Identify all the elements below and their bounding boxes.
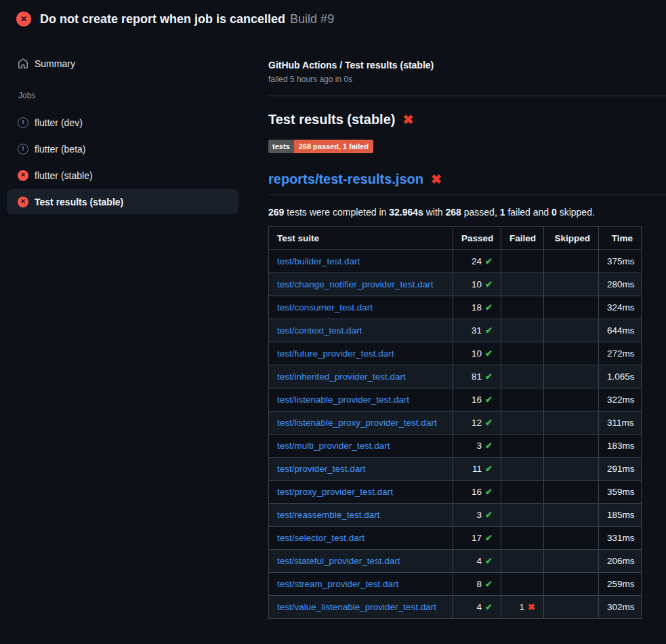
section-title: Test results (stable) ✖ bbox=[268, 112, 666, 127]
suite-link[interactable]: test/change_notifier_provider_test.dart bbox=[277, 279, 433, 289]
badge-label: tests bbox=[268, 140, 294, 153]
cancelled-circle-icon: ! bbox=[18, 144, 28, 155]
sidebar-job-label: Test results (stable) bbox=[35, 197, 123, 207]
summary-total: 269 bbox=[268, 207, 284, 218]
table-row: test/consumer_test.dart18✔324ms bbox=[269, 296, 642, 319]
summary-failed: 1 bbox=[500, 207, 505, 218]
sidebar-job-item[interactable]: !flutter (beta) bbox=[7, 136, 238, 161]
table-row: test/listenable_provider_test.dart16✔322… bbox=[269, 388, 642, 411]
check-icon: ✔ bbox=[485, 441, 493, 451]
passed-cell: 18✔ bbox=[453, 296, 501, 319]
check-icon: ✔ bbox=[485, 579, 493, 589]
time-cell: 291ms bbox=[599, 458, 642, 481]
check-icon: ✔ bbox=[485, 348, 493, 359]
sidebar-job-label: flutter (beta) bbox=[35, 144, 85, 155]
report-file-link[interactable]: reports/test-results.json bbox=[268, 172, 423, 187]
suite-link[interactable]: test/context_test.dart bbox=[277, 325, 362, 336]
suite-link[interactable]: test/inherited_provider_test.dart bbox=[277, 371, 406, 382]
sidebar-item-summary[interactable]: Summary bbox=[7, 51, 238, 76]
summary-duration: 32.964s bbox=[389, 207, 423, 218]
table-row: test/selector_test.dart17✔331ms bbox=[269, 527, 642, 550]
time-cell: 644ms bbox=[599, 319, 642, 342]
suite-link[interactable]: test/multi_provider_test.dart bbox=[277, 441, 390, 451]
check-icon: ✔ bbox=[485, 256, 493, 266]
passed-cell: 3✔ bbox=[453, 504, 501, 527]
time-cell: 375ms bbox=[599, 250, 642, 273]
skipped-cell bbox=[544, 550, 599, 573]
count-value: 4 bbox=[477, 556, 482, 566]
count-value: 18 bbox=[472, 302, 482, 313]
check-icon: ✔ bbox=[485, 556, 493, 566]
time-cell: 185ms bbox=[599, 504, 642, 527]
check-icon: ✔ bbox=[485, 371, 493, 382]
sidebar-job-item[interactable]: ✕flutter (stable) bbox=[7, 163, 238, 188]
failed-cell bbox=[501, 435, 544, 458]
suite-cell: test/context_test.dart bbox=[269, 319, 453, 342]
skipped-cell bbox=[544, 411, 599, 435]
failed-cell bbox=[501, 573, 544, 596]
failed-cell bbox=[501, 527, 544, 550]
summary-text: skipped. bbox=[557, 207, 595, 218]
suite-cell: test/consumer_test.dart bbox=[269, 296, 453, 319]
passed-cell: 10✔ bbox=[453, 273, 501, 296]
passed-cell: 24✔ bbox=[453, 250, 501, 273]
count-value: 10 bbox=[472, 348, 482, 359]
count-value: 16 bbox=[472, 487, 482, 497]
time-cell: 1.065s bbox=[599, 365, 642, 388]
suite-cell: test/builder_test.dart bbox=[269, 250, 453, 273]
suite-link[interactable]: test/listenable_provider_test.dart bbox=[277, 395, 409, 405]
skipped-cell bbox=[544, 458, 599, 481]
failed-cross-icon: ✖ bbox=[402, 112, 413, 127]
skipped-cell bbox=[544, 250, 599, 273]
check-icon: ✔ bbox=[485, 395, 493, 405]
skipped-cell bbox=[544, 527, 599, 550]
sidebar-job-item[interactable]: ✕Test results (stable) bbox=[7, 189, 238, 214]
sidebar-job-item[interactable]: !flutter (dev) bbox=[7, 110, 238, 135]
suite-cell: test/stateful_provider_test.dart bbox=[269, 550, 453, 573]
suite-link[interactable]: test/stream_provider_test.dart bbox=[277, 579, 398, 589]
suite-link[interactable]: test/selector_test.dart bbox=[277, 533, 365, 543]
suite-link[interactable]: test/reassemble_test.dart bbox=[277, 510, 380, 520]
table-row: test/stream_provider_test.dart8✔259ms bbox=[269, 573, 642, 596]
main-panel: GitHub Actions / Test results (stable) f… bbox=[268, 38, 666, 619]
failed-cell bbox=[501, 550, 544, 573]
skipped-cell bbox=[544, 504, 599, 527]
table-row: test/reassemble_test.dart3✔185ms bbox=[269, 504, 642, 527]
table-row: test/context_test.dart31✔644ms bbox=[269, 319, 642, 342]
suite-link[interactable]: test/future_provider_test.dart bbox=[277, 348, 394, 359]
table-row: test/multi_provider_test.dart3✔183ms bbox=[269, 435, 642, 458]
suite-cell: test/provider_test.dart bbox=[269, 458, 453, 481]
table-row: test/inherited_provider_test.dart81✔1.06… bbox=[269, 365, 642, 388]
time-cell: 359ms bbox=[599, 481, 642, 504]
x-circle-icon: ✕ bbox=[18, 197, 28, 207]
count-value: 16 bbox=[472, 395, 482, 405]
suite-link[interactable]: test/builder_test.dart bbox=[277, 256, 360, 266]
content-layout: Summary Jobs !flutter (dev)!flutter (bet… bbox=[0, 38, 666, 619]
skipped-cell bbox=[544, 273, 599, 296]
suite-link[interactable]: test/proxy_provider_test.dart bbox=[277, 487, 393, 497]
column-header: Time bbox=[599, 227, 642, 250]
home-icon bbox=[18, 58, 28, 69]
suite-link[interactable]: test/value_listenable_provider_test.dart bbox=[277, 602, 436, 612]
count-value: 81 bbox=[472, 371, 482, 382]
failed-cell bbox=[501, 296, 544, 319]
failed-cross-icon: ✖ bbox=[431, 172, 442, 187]
summary-passed: 268 bbox=[446, 207, 461, 218]
suite-link[interactable]: test/listenable_proxy_provider_test.dart bbox=[277, 418, 437, 428]
check-icon: ✔ bbox=[485, 325, 493, 336]
suite-link[interactable]: test/provider_test.dart bbox=[277, 464, 366, 474]
cancelled-circle-icon: ! bbox=[18, 117, 28, 128]
failed-cell bbox=[501, 342, 544, 365]
summary-text: passed, bbox=[461, 207, 500, 218]
suite-cell: test/reassemble_test.dart bbox=[269, 504, 453, 527]
table-row: test/proxy_provider_test.dart16✔359ms bbox=[269, 481, 642, 504]
check-icon: ✔ bbox=[485, 510, 493, 520]
failed-cell bbox=[501, 458, 544, 481]
passed-cell: 16✔ bbox=[453, 481, 501, 504]
failed-cell bbox=[501, 319, 544, 342]
suite-link[interactable]: test/stateful_provider_test.dart bbox=[277, 556, 400, 566]
sidebar: Summary Jobs !flutter (dev)!flutter (bet… bbox=[7, 38, 238, 216]
suite-link[interactable]: test/consumer_test.dart bbox=[277, 302, 373, 313]
badge-value: 268 passed, 1 failed bbox=[294, 140, 373, 153]
failed-cell bbox=[501, 411, 544, 435]
